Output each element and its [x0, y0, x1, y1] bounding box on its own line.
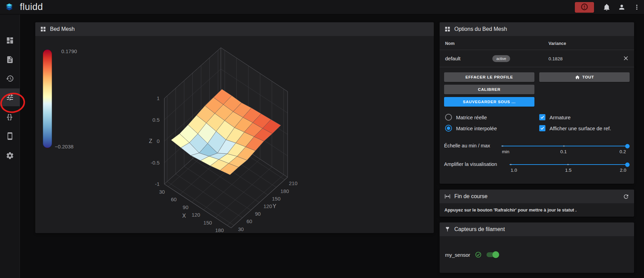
overflow-menu-icon[interactable] [633, 3, 641, 11]
calibrate-button[interactable]: CALIBRER [444, 85, 534, 94]
svg-text:90: 90 [255, 211, 261, 217]
endstop-panel: Fin de course Appuyez sur le bouton 'Raf… [440, 190, 634, 217]
svg-text:180: 180 [215, 227, 224, 233]
bed-mesh-3d-plot[interactable]: 30609012015018030609012015018021010.50-0… [35, 36, 434, 233]
profile-name: default [445, 56, 460, 61]
sidebar-item-settings [0, 147, 20, 165]
close-x-icon[interactable] [622, 55, 629, 62]
svg-text:0.5: 0.5 [152, 117, 160, 123]
filament-sensor-row: my_sensor [445, 251, 499, 258]
sidebar-item-jobs[interactable] [0, 51, 20, 69]
svg-text:1: 1 [157, 95, 160, 101]
topbar-actions [575, 0, 644, 14]
file-document-icon [6, 56, 14, 64]
sidebar-item-system[interactable] [0, 127, 20, 145]
emergency-stop-icon [580, 3, 589, 12]
history-icon [6, 74, 14, 83]
checkbox-icon[interactable] [539, 114, 545, 120]
svg-text:X: X [182, 213, 186, 219]
bed-mesh-panel-header: Bed Mesh [35, 22, 434, 36]
sidebar-item-history[interactable] [0, 70, 20, 87]
endstop-message: Appuyez sur le bouton 'Rafraîchir' pour … [444, 207, 577, 213]
radio-matrice-reelle[interactable]: Matrice réelle [445, 114, 487, 121]
amplify-slider-label: Amplifier la visualisation [444, 161, 497, 167]
bed-mesh-colorbar [43, 49, 52, 148]
check-circle-icon [475, 251, 482, 258]
code-braces-icon [6, 113, 14, 121]
radio-button-icon[interactable] [445, 125, 452, 132]
app-title: fluidd [20, 2, 43, 12]
svg-text:60: 60 [171, 196, 177, 202]
svg-text:30: 30 [159, 189, 165, 195]
slider-thumb[interactable] [625, 162, 630, 167]
sidebar-item-configure[interactable] [0, 108, 20, 126]
emergency-stop-button[interactable] [575, 2, 594, 13]
profile-table-row[interactable]: default active 0.1828 [440, 50, 634, 67]
sidebar [0, 14, 20, 278]
options-panel-body: Nom Variance default active 0.1828 EFFAC… [440, 36, 634, 184]
active-badge: active [492, 55, 510, 62]
bed-mesh-options-panel: Options du Bed Mesh Nom Variance default… [440, 22, 634, 184]
gear-icon [6, 152, 14, 160]
slider-thumb[interactable] [625, 144, 630, 148]
svg-text:60: 60 [247, 218, 252, 224]
scale-slider-ticks: min 0.1 0.2 [501, 149, 627, 155]
options-panel-title: Options du Bed Mesh [454, 26, 507, 32]
checkbox-surface-ref[interactable]: Afficher une surface de ref. [539, 125, 611, 132]
svg-text:Y: Y [273, 203, 276, 209]
svg-text:180: 180 [280, 188, 289, 194]
sidebar-item-dashboard[interactable] [0, 32, 20, 49]
options-panel-header: Options du Bed Mesh [440, 22, 634, 36]
bed-mesh-panel: Bed Mesh 3060901201501803060901201501802… [35, 22, 434, 233]
amplify-slider[interactable] [509, 162, 627, 167]
scale-min-max-slider[interactable] [501, 144, 627, 148]
dashboard-icon [6, 36, 14, 45]
sidebar-item-tune[interactable] [0, 88, 20, 106]
svg-text:210: 210 [289, 180, 298, 186]
home-all-button[interactable]: TOUT [539, 72, 630, 82]
home-icon [575, 75, 580, 80]
sensor-name: my_sensor [445, 252, 470, 258]
refresh-icon[interactable] [623, 193, 629, 200]
checkbox-icon[interactable] [539, 125, 545, 131]
svg-text:-0.5: -0.5 [151, 160, 160, 166]
filament-sensor-icon [444, 226, 451, 232]
save-as-button[interactable]: SAUVEGARDER SOUS ... [444, 97, 534, 107]
endstop-panel-body: Appuyez sur le bouton 'Rafraîchir' pour … [440, 203, 634, 217]
radio-button-icon[interactable] [445, 114, 452, 121]
fluidd-app: fluidd [0, 0, 644, 278]
fluidd-logo[interactable] [4, 2, 14, 12]
colorbar-max-label: 0.1790 [61, 48, 77, 54]
svg-text:90: 90 [183, 204, 189, 210]
radio-matrice-interpolee[interactable]: Matrice interpolée [445, 125, 497, 132]
filament-panel-header: Capteurs de filament [440, 222, 634, 236]
device-icon [6, 132, 14, 140]
sensor-toggle[interactable] [487, 251, 499, 258]
profiles-table-header: Nom Variance [440, 36, 634, 50]
tune-sliders-icon [6, 93, 14, 101]
svg-text:120: 120 [264, 203, 272, 209]
amplify-slider-ticks: 1.0 1.5 2.0 [509, 168, 627, 173]
endstop-panel-header: Fin de course [440, 190, 634, 203]
column-header-name: Nom [445, 41, 455, 46]
grid-icon [40, 26, 46, 32]
top-bar: fluidd [0, 0, 644, 14]
clear-profile-button[interactable]: EFFACER LE PROFILE [444, 72, 534, 82]
svg-text:150: 150 [272, 196, 280, 202]
checkbox-armature[interactable]: Armature [539, 114, 571, 121]
user-account-icon[interactable] [618, 3, 626, 11]
filament-panel-body: my_sensor [440, 236, 634, 273]
filament-panel-title: Capteurs de filament [454, 226, 505, 232]
svg-text:Z: Z [149, 138, 152, 144]
endstop-panel-title: Fin de course [454, 193, 488, 200]
column-header-variance: Variance [548, 41, 566, 46]
bed-mesh-panel-body: 30609012015018030609012015018021010.50-0… [35, 36, 434, 233]
svg-text:120: 120 [192, 212, 200, 218]
svg-text:-1: -1 [155, 181, 160, 187]
filament-sensors-panel: Capteurs de filament my_sensor [440, 222, 634, 273]
svg-text:0: 0 [157, 138, 160, 144]
scale-slider-label: Échelle au min / max [444, 143, 490, 148]
svg-text:30: 30 [238, 226, 244, 232]
notifications-bell-icon[interactable] [603, 3, 610, 11]
endstop-icon [444, 193, 451, 200]
